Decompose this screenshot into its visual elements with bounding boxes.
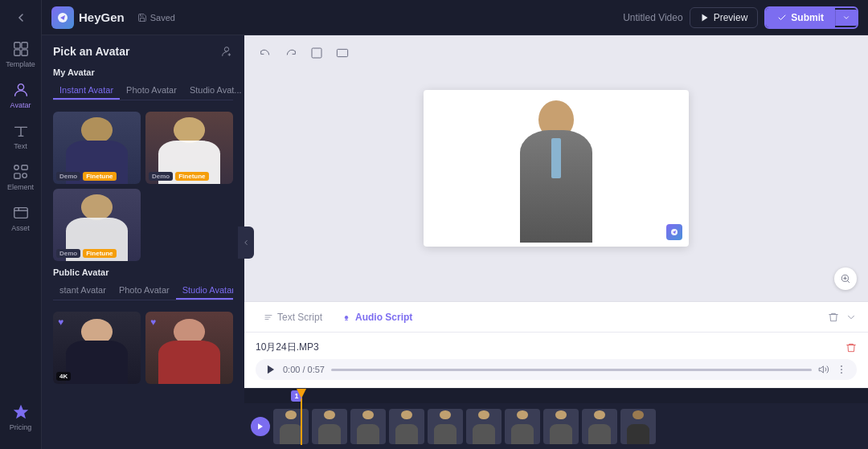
timeline-thumb-9 — [582, 409, 617, 444]
sidebar-item-element[interactable]: Element — [0, 157, 42, 198]
tag-finetune-2: Finetune — [175, 172, 208, 181]
sidebar-item-text[interactable]: Text — [0, 116, 42, 157]
svg-marker-19 — [268, 365, 274, 374]
aspect-button[interactable] — [333, 43, 352, 63]
heart-icon-2: ♥ — [150, 316, 156, 328]
audio-section: 10月24日.MP3 0:00 / 0:57 — [244, 332, 868, 388]
sidebar-item-label-avatar: Avatar — [10, 101, 31, 109]
audio-progress-bar[interactable] — [331, 369, 812, 371]
submit-dropdown-button[interactable] — [835, 10, 857, 26]
pub-tab-instant[interactable]: stant Avatar — [53, 282, 113, 300]
tag-demo-1: Demo — [56, 172, 80, 181]
svg-rect-15 — [337, 49, 347, 56]
audio-delete-button[interactable] — [845, 342, 857, 353]
timeline-track — [244, 403, 868, 449]
svg-point-22 — [841, 372, 842, 373]
tab-photo-avatar[interactable]: Photo Avatar — [120, 82, 183, 100]
public-avatar-tabs: stant Avatar Photo Avatar Studio Avatar — [53, 282, 233, 300]
icon-sidebar: Template Avatar Text Element — [0, 0, 42, 449]
timeline-thumb-7 — [505, 409, 540, 444]
saved-indicator: Saved — [137, 13, 175, 22]
saved-text: Saved — [150, 13, 175, 22]
sidebar-item-asset[interactable]: Asset — [0, 198, 42, 239]
sidebar-item-label-text: Text — [14, 142, 27, 150]
tag-finetune-3: Finetune — [83, 249, 116, 258]
sidebar-item-label-asset: Asset — [11, 224, 30, 232]
timeline-thumb-8 — [543, 409, 579, 444]
panel-header: Pick an Avatar — [42, 35, 244, 64]
svg-rect-3 — [21, 50, 27, 55]
audio-file-row: 10月24日.MP3 — [256, 341, 857, 354]
svg-rect-14 — [312, 48, 321, 58]
svg-point-20 — [841, 365, 842, 367]
sidebar-item-pricing[interactable]: Pricing — [0, 397, 42, 438]
delete-script-button[interactable] — [828, 312, 839, 323]
canvas-heygen-logo — [666, 224, 682, 240]
audio-menu-button[interactable] — [836, 364, 847, 375]
undo-button[interactable] — [256, 43, 275, 63]
avatar-panel: Pick an Avatar My Avatar Instant Avatar … — [42, 35, 244, 449]
tab-instant-avatar[interactable]: Instant Avatar — [53, 82, 120, 100]
pub-tab-studio[interactable]: Studio Avatar — [176, 282, 233, 300]
heart-icon-1: ♥ — [58, 316, 63, 328]
tag-demo-3: Demo — [56, 249, 80, 258]
panel-collapse-button[interactable] — [238, 227, 254, 259]
canvas-frame — [424, 90, 689, 247]
sidebar-item-template[interactable]: Template — [0, 34, 42, 75]
public-avatar-card-1[interactable]: ♥ 4K — [53, 312, 141, 384]
avatar-card-3[interactable]: Demo Finetune — [53, 189, 141, 261]
text-script-label: Text Script — [277, 312, 322, 323]
timeline: 1 — [244, 388, 868, 449]
panel-title: Pick an Avatar — [53, 45, 129, 58]
sidebar-pricing-label: Pricing — [10, 423, 32, 431]
svg-rect-1 — [21, 43, 27, 48]
svg-marker-10 — [13, 405, 27, 418]
timeline-play-button[interactable] — [251, 417, 270, 436]
script-bar-actions — [828, 312, 857, 323]
timeline-playhead — [297, 389, 306, 445]
avatar-card-2[interactable]: Demo Finetune — [145, 112, 233, 184]
tab-text-script[interactable]: Text Script — [256, 307, 330, 328]
public-avatar-card-2[interactable]: ♥ — [145, 312, 233, 384]
fullscreen-button[interactable] — [307, 43, 326, 63]
svg-rect-0 — [14, 43, 19, 48]
playhead-line — [301, 398, 302, 445]
redo-button[interactable] — [281, 43, 301, 63]
sidebar-back-button[interactable] — [11, 8, 31, 27]
audio-filename: 10月24日.MP3 — [256, 341, 319, 354]
submit-button[interactable]: Submit — [766, 8, 835, 27]
tag-finetune-1: Finetune — [83, 172, 116, 181]
pub-tab-photo[interactable]: Photo Avatar — [113, 282, 176, 300]
tab-audio-script[interactable]: Audio Script — [334, 307, 420, 328]
audio-player: 0:00 / 0:57 — [256, 359, 857, 380]
pub-tab-studio-label: Studio Avatar — [182, 285, 233, 295]
svg-rect-6 — [21, 165, 27, 170]
zoom-button[interactable] — [834, 267, 857, 290]
audio-play-button[interactable] — [265, 364, 276, 375]
add-avatar-icon[interactable] — [220, 45, 233, 58]
sidebar-item-label-element: Element — [7, 183, 34, 191]
avatar-card-1[interactable]: Demo Finetune — [53, 112, 141, 184]
preview-button[interactable]: Preview — [690, 7, 759, 28]
public-avatar-label: Public Avatar — [53, 267, 233, 277]
video-title: Untitled Video — [623, 12, 683, 23]
timeline-thumb-4 — [389, 409, 424, 444]
badge-4k: 4K — [56, 372, 71, 381]
svg-marker-12 — [702, 14, 707, 21]
svg-point-5 — [14, 165, 18, 170]
timeline-ruler: 1 — [244, 389, 868, 403]
audio-volume-button[interactable] — [818, 364, 829, 375]
timeline-thumb-2 — [312, 409, 347, 444]
timeline-thumb-10 — [620, 409, 656, 444]
timeline-thumb-6 — [466, 409, 502, 444]
tab-studio-label: Studio Avat... — [190, 85, 242, 95]
expand-script-button[interactable] — [845, 312, 857, 323]
main-area: Text Script Audio Script — [244, 35, 868, 449]
sidebar-item-avatar[interactable]: Avatar — [0, 75, 42, 116]
canvas-area — [244, 35, 868, 301]
sidebar-icons: Template Avatar Text Element — [0, 34, 42, 397]
public-avatar-section: Public Avatar stant Avatar Photo Avatar … — [42, 261, 244, 312]
tab-studio-avatar[interactable]: Studio Avat... — [183, 82, 248, 100]
my-avatar-grid: Demo Finetune Demo Finetune — [42, 112, 244, 261]
submit-label: Submit — [791, 12, 824, 23]
